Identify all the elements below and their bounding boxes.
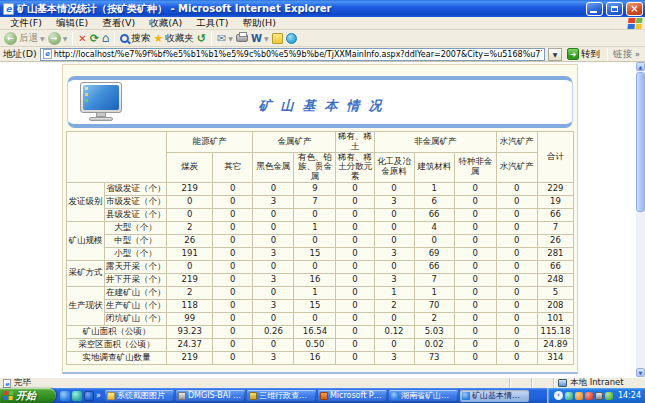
table-cell: 0 [454, 182, 496, 195]
windows-logo-icon [627, 18, 642, 29]
tray-hide-chevron-icon[interactable]: ‹ [554, 391, 563, 400]
ie-document-icon: e [3, 3, 14, 15]
scroll-down-icon[interactable]: ▼ [636, 368, 645, 377]
table-cell: 15 [294, 247, 336, 260]
address-dropdown-button[interactable]: ▼ [548, 48, 562, 61]
refresh-button[interactable]: ⟳ [90, 33, 99, 44]
status-bar: e 完毕 本地 Intranet [0, 377, 645, 388]
table-cell: 66 [537, 260, 573, 273]
ie-icon [391, 392, 399, 400]
teal-tray-icon[interactable] [565, 392, 573, 400]
table-cell: 3 [374, 273, 414, 286]
address-input[interactable]: e http://localhost/%e7%9f%bf%e5%b1%b1%e5… [40, 48, 545, 61]
favorites-star-icon: ★ [153, 32, 163, 45]
menu-item[interactable]: 文件(F) [3, 17, 49, 28]
table-cell: 0 [374, 234, 414, 247]
quick-launch-messenger-icon[interactable] [84, 391, 94, 401]
close-button[interactable]: × [626, 2, 643, 16]
menu-item[interactable]: 查看(V) [95, 17, 142, 28]
menu-item[interactable]: 编辑(E) [49, 17, 95, 28]
table-cell: 69 [414, 247, 454, 260]
table-cell: 0 [374, 312, 414, 325]
search-button[interactable]: 搜索 [120, 32, 150, 45]
home-button[interactable]: ⌂ [102, 32, 110, 44]
vertical-scrollbar[interactable]: ▲ ▼ [636, 62, 645, 377]
quick-launch-desktop-icon[interactable] [72, 391, 82, 401]
green-tray-icon[interactable] [605, 392, 613, 400]
stop-button[interactable]: ✕ [78, 33, 86, 44]
menu-item[interactable]: 收藏(A) [142, 17, 189, 28]
back-dropdown-icon[interactable]: ▼ [40, 35, 45, 42]
column-group-header: 稀有、稀土 [336, 132, 374, 153]
back-button[interactable]: ← 后退 ▼ [4, 32, 45, 45]
edit-dropdown-icon[interactable]: ▼ [264, 35, 269, 42]
go-button[interactable]: ➜ 转到 [565, 48, 602, 61]
menu-item[interactable]: 工具(T) [189, 17, 235, 28]
quick-launch-ie-icon[interactable] [60, 391, 70, 401]
powerpoint-icon [320, 392, 328, 400]
quick-launch-chevron-icon[interactable]: » [96, 391, 101, 400]
table-cell: 0 [496, 338, 537, 351]
taskbar-button[interactable]: DMGIS-BAI (J:) [176, 390, 245, 402]
forward-button[interactable]: → ▼ [48, 32, 68, 45]
links-chevron-icon[interactable]: » [635, 50, 642, 59]
monitor-tray-icon[interactable] [595, 392, 603, 400]
table-cell: 0 [336, 286, 374, 299]
table-cell: 99 [167, 312, 213, 325]
table-cell: 101 [537, 312, 573, 325]
forward-dropdown-icon[interactable]: ▼ [63, 35, 68, 42]
table-cell: 0 [336, 182, 374, 195]
taskbar-button-label: DMGIS-BAI (J:) [188, 391, 243, 400]
taskbar-button[interactable]: 系统截图图片 [105, 390, 174, 402]
table-cell: 0 [336, 312, 374, 325]
table-cell: 0 [454, 286, 496, 299]
total-column-header: 合计 [537, 132, 573, 183]
table-row: 市级发证（个）00370360019 [67, 195, 574, 208]
addressbar-separator [607, 48, 608, 61]
table-cell: 3 [253, 195, 294, 208]
start-button[interactable]: 开始 [0, 388, 56, 403]
table-cell: 219 [167, 351, 213, 364]
scrollbar-thumb[interactable] [636, 72, 645, 212]
title-bar: e 矿山基本情况统计（按矿类矿种） - Microsoft Internet E… [0, 0, 645, 17]
banner-title: 矿山基本情况 [68, 97, 572, 115]
table-cell: 26 [537, 234, 573, 247]
table-cell: 7 [414, 273, 454, 286]
table-cell: 0 [496, 182, 537, 195]
taskbar-button[interactable]: Microsoft Pow... [318, 390, 387, 402]
table-cell: 115.18 [537, 325, 573, 338]
print-button[interactable] [236, 34, 248, 42]
edit-button[interactable]: W ▼ [251, 33, 269, 44]
table-cell: 0 [213, 351, 253, 364]
mail-dropdown-icon[interactable]: ▼ [228, 35, 233, 42]
taskbar-button[interactable]: 三维行政查询... [247, 390, 316, 402]
taskbar-button[interactable]: 矿山基本情况... [460, 390, 529, 402]
menu-item[interactable]: 帮助(H) [235, 17, 283, 28]
row-label: 矿山面积（公顷） [67, 325, 167, 338]
messenger-button[interactable] [286, 33, 297, 44]
column-header: 特种非金属 [454, 152, 496, 182]
table-cell: 0.12 [374, 325, 414, 338]
orange-tray-icon[interactable] [575, 392, 583, 400]
minimize-button[interactable] [586, 2, 603, 16]
restore-button[interactable] [606, 2, 623, 16]
table-cell: 0 [454, 247, 496, 260]
table-cell: 0 [336, 195, 374, 208]
address-url: http://localhost/%e7%9f%bf%e5%b1%b1%e5%9… [54, 50, 542, 59]
folder-icon [107, 392, 115, 400]
column-group-header: 能源矿产 [167, 132, 253, 153]
mine-stats-table: 能源矿产金属矿产稀有、稀土非金属矿产水汽矿产合计煤炭其它黑色金属有色、铂族、贵金… [66, 131, 574, 365]
table-cell: 0 [414, 234, 454, 247]
scroll-up-icon[interactable]: ▲ [636, 62, 645, 71]
table-cell: 9 [294, 182, 336, 195]
mail-button[interactable]: ✉ ▼ [217, 32, 233, 45]
table-cell: 1 [374, 286, 414, 299]
column-header: 其它 [213, 152, 253, 182]
red-tray-icon[interactable] [585, 392, 593, 400]
favorites-button[interactable]: ★ 收藏夹 [153, 32, 193, 45]
discuss-button[interactable] [272, 33, 283, 44]
history-button[interactable]: ↺ [197, 32, 206, 45]
table-cell: 1 [414, 286, 454, 299]
table-cell: 2 [414, 312, 454, 325]
taskbar-button[interactable]: 湖南省矿山地... [389, 390, 458, 402]
